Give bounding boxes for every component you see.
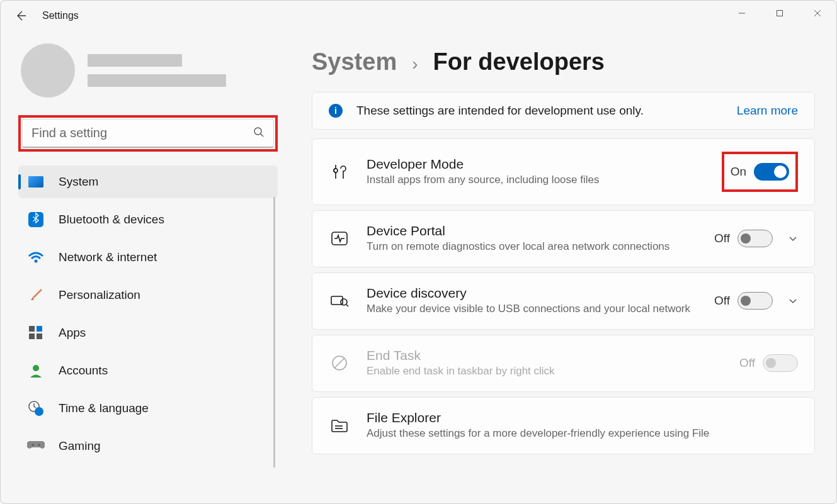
tools-icon: [329, 161, 350, 182]
card-description: Turn on remote diagnostics over local ar…: [367, 240, 698, 254]
search-input[interactable]: [31, 126, 253, 140]
card-title: Device discovery: [367, 286, 698, 301]
svg-point-17: [32, 444, 34, 446]
sidebar-item-label: Apps: [59, 326, 86, 340]
window-controls: [723, 1, 836, 26]
svg-rect-11: [37, 326, 42, 332]
sidebar-item-label: Bluetooth & devices: [59, 213, 164, 227]
sidebar-item-label: System: [59, 175, 98, 189]
toggle-state-label: Off: [714, 232, 730, 245]
svg-line-23: [346, 305, 348, 306]
svg-point-16: [35, 407, 43, 416]
svg-point-14: [33, 365, 39, 371]
apps-icon: [27, 324, 45, 342]
card-title: Device Portal: [367, 223, 698, 238]
svg-rect-12: [29, 333, 35, 339]
card-developer-mode: Developer Mode Install apps from any sou…: [312, 138, 815, 205]
clock-globe-icon: [27, 400, 45, 417]
chevron-down-icon: [788, 233, 798, 244]
svg-point-18: [38, 444, 40, 446]
svg-point-9: [35, 260, 38, 263]
developer-mode-toggle-highlight: On: [722, 152, 798, 192]
profile-block[interactable]: [18, 43, 278, 98]
svg-rect-13: [37, 333, 42, 339]
sidebar-item-time-language[interactable]: Time & language: [18, 392, 278, 425]
system-icon: [27, 173, 45, 191]
card-description: Adjust these settings for a more develop…: [367, 427, 798, 441]
card-file-explorer[interactable]: File Explorer Adjust these settings for …: [312, 397, 815, 454]
close-button[interactable]: [799, 1, 836, 26]
toggle-state-label: On: [731, 165, 746, 179]
avatar: [21, 43, 75, 98]
card-title: Developer Mode: [367, 157, 705, 172]
device-portal-toggle[interactable]: [737, 230, 773, 247]
breadcrumb-parent[interactable]: System: [312, 48, 397, 76]
card-device-discovery[interactable]: Device discovery Make your device visibl…: [312, 272, 815, 330]
back-button[interactable]: [8, 3, 33, 28]
card-description: Enable end task in taskbar by right clic…: [367, 364, 723, 379]
discovery-icon: [329, 290, 350, 311]
learn-more-link[interactable]: Learn more: [737, 104, 798, 118]
svg-rect-7: [28, 176, 43, 188]
bluetooth-icon: [27, 211, 45, 228]
card-title: File Explorer: [367, 410, 798, 425]
profile-placeholder: [88, 54, 226, 87]
developer-mode-toggle[interactable]: [754, 163, 789, 181]
sidebar-item-personalization[interactable]: Personalization: [18, 279, 278, 311]
sidebar-item-bluetooth[interactable]: Bluetooth & devices: [18, 203, 278, 236]
svg-point-4: [254, 128, 261, 135]
prohibit-icon: [329, 352, 350, 374]
minimize-button[interactable]: [723, 1, 761, 26]
sidebar-item-accounts[interactable]: Accounts: [18, 354, 278, 387]
chevron-down-icon: [788, 296, 798, 306]
maximize-button[interactable]: [761, 1, 799, 26]
sidebar-nav: System Bluetooth & devices Network & int…: [18, 165, 278, 468]
card-title: End Task: [367, 348, 723, 363]
sidebar-item-label: Time & language: [59, 401, 149, 415]
folder-icon: [329, 415, 350, 436]
sidebar-item-label: Accounts: [59, 364, 108, 378]
search-highlight: [18, 115, 278, 152]
card-end-task: End Task Enable end task in taskbar by r…: [312, 335, 815, 392]
heartbeat-icon: [329, 228, 350, 249]
svg-point-22: [341, 299, 347, 305]
person-icon: [27, 362, 45, 379]
sidebar-item-apps[interactable]: Apps: [18, 316, 278, 349]
sidebar-item-network[interactable]: Network & internet: [18, 241, 278, 274]
toggle-state-label: Off: [714, 294, 730, 308]
svg-rect-10: [29, 326, 35, 332]
info-text: These settings are intended for developm…: [356, 104, 737, 118]
svg-point-19: [334, 169, 338, 172]
svg-line-5: [261, 134, 263, 137]
chevron-right-icon: ›: [412, 54, 418, 74]
svg-line-25: [334, 358, 344, 368]
svg-rect-1: [777, 11, 783, 16]
gamepad-icon: [27, 437, 45, 455]
info-icon: i: [329, 104, 343, 118]
app-title: Settings: [42, 10, 79, 21]
search-icon: [253, 126, 265, 140]
wifi-icon: [27, 249, 45, 266]
card-description: Install apps from any source, including …: [367, 173, 705, 188]
title-bar: Settings: [1, 1, 836, 31]
back-arrow-icon: [14, 9, 27, 22]
sidebar-item-label: Network & internet: [59, 250, 157, 264]
info-banner: i These settings are intended for develo…: [312, 92, 815, 130]
end-task-toggle: [763, 354, 798, 372]
search-box[interactable]: [22, 119, 274, 148]
brush-icon: [27, 286, 45, 304]
sidebar-item-label: Personalization: [59, 288, 140, 302]
sidebar-item-system[interactable]: System: [18, 165, 278, 198]
sidebar-item-label: Gaming: [59, 439, 101, 453]
toggle-state-label: Off: [739, 356, 755, 370]
card-description: Make your device visible to USB connecti…: [367, 302, 698, 316]
device-discovery-toggle[interactable]: [737, 292, 773, 310]
main-panel: System › For developers i These settings…: [290, 31, 836, 503]
sidebar: System Bluetooth & devices Network & int…: [1, 31, 290, 503]
card-device-portal[interactable]: Device Portal Turn on remote diagnostics…: [312, 210, 815, 267]
page-title: For developers: [433, 48, 605, 76]
breadcrumb: System › For developers: [312, 48, 815, 76]
sidebar-item-gaming[interactable]: Gaming: [18, 430, 278, 462]
